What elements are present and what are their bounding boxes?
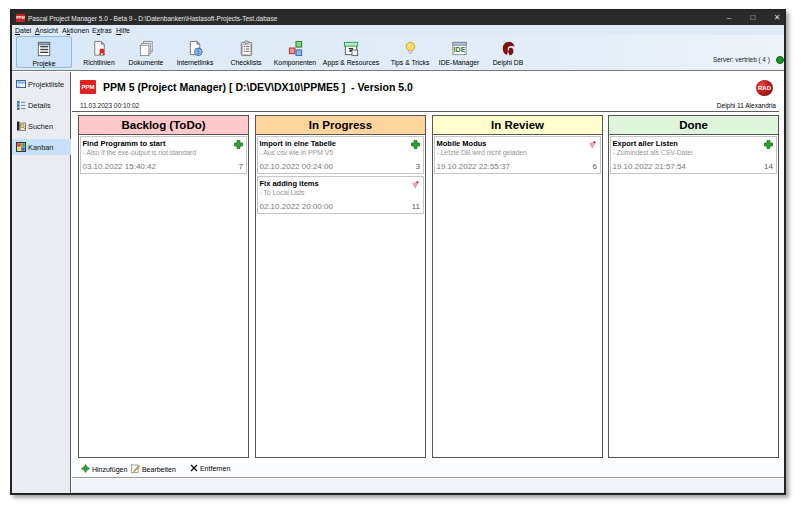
svg-text:IDE: IDE xyxy=(453,46,465,54)
